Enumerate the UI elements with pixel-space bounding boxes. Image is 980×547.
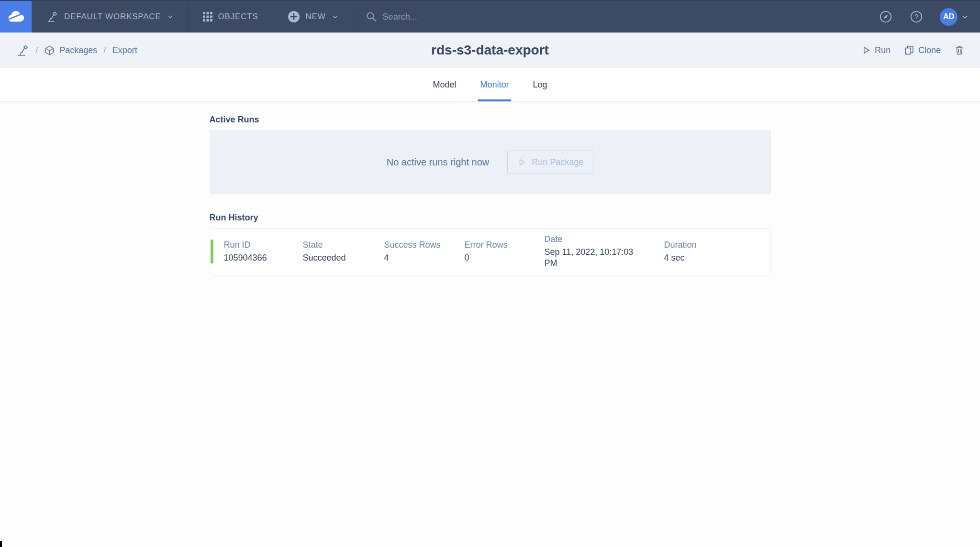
objects-menu[interactable]: OBJECTS <box>189 1 273 33</box>
breadcrumb: / Packages / Export <box>16 44 137 57</box>
run-history-row[interactable]: Run ID 105904366 State Succeeded Success… <box>210 228 771 275</box>
svg-text:?: ? <box>914 13 918 21</box>
clone-button[interactable]: Clone <box>904 45 941 55</box>
workspace-label: DEFAULT WORKSPACE <box>64 12 161 22</box>
active-runs-panel: No active runs right now Run Package <box>210 130 771 194</box>
avatar: AD <box>940 8 958 26</box>
play-icon <box>517 158 526 167</box>
delete-button[interactable] <box>954 45 965 55</box>
app-logo[interactable] <box>0 1 32 33</box>
breadcrumb-separator: / <box>35 45 38 55</box>
date-value: Sep 11, 2022, 10:17:03 PM <box>545 247 638 269</box>
run-button-label: Run <box>875 45 891 55</box>
active-runs-heading: Active Runs <box>210 115 771 125</box>
run-id-value: 105904366 <box>224 252 303 263</box>
workspace-selector[interactable]: DEFAULT WORKSPACE <box>32 1 189 33</box>
run-id-cell: Run ID 105904366 <box>224 240 303 263</box>
monitor-content: Active Runs No active runs right now Run… <box>210 102 771 275</box>
topbar-right-controls: ? AD <box>874 1 980 33</box>
breadcrumb-packages[interactable]: Packages <box>44 45 97 56</box>
tab-model[interactable]: Model <box>431 68 458 101</box>
run-package-button[interactable]: Run Package <box>507 151 593 174</box>
page-title: rds-s3-data-export <box>0 43 980 58</box>
chevron-down-icon <box>961 13 969 21</box>
success-rows-cell: Success Rows 4 <box>384 240 465 263</box>
success-rows-label: Success Rows <box>384 240 465 250</box>
plus-circle-icon <box>288 11 300 23</box>
cloud-logo-icon <box>6 10 25 24</box>
no-active-runs-message: No active runs right now <box>387 157 490 168</box>
run-button[interactable]: Run <box>861 45 891 55</box>
state-value: Succeeded <box>303 252 384 263</box>
clone-button-label: Clone <box>918 45 941 55</box>
breadcrumb-separator: / <box>103 45 106 55</box>
new-label: NEW <box>306 12 326 22</box>
breadcrumb-workspace-icon[interactable] <box>16 44 29 57</box>
duration-label: Duration <box>664 240 761 250</box>
header-actions: Run Clone <box>861 45 965 55</box>
package-cube-icon <box>44 45 55 56</box>
date-cell: Date Sep 11, 2022, 10:17:03 PM <box>545 234 664 269</box>
run-package-label: Run Package <box>532 157 583 167</box>
tab-bar: Model Monitor Log <box>0 68 980 102</box>
grid-icon <box>203 12 212 22</box>
search-input[interactable] <box>383 12 861 22</box>
new-menu[interactable]: NEW <box>273 1 353 33</box>
top-navigation-bar: DEFAULT WORKSPACE OBJECTS NEW <box>0 0 980 33</box>
compass-icon[interactable] <box>879 10 893 24</box>
state-cell: State Succeeded <box>303 240 384 263</box>
page-header: / Packages / Export rds-s3-data-export R… <box>0 33 980 68</box>
global-search <box>353 1 874 33</box>
copy-icon <box>904 45 914 55</box>
breadcrumb-packages-label: Packages <box>59 45 97 55</box>
chevron-down-icon <box>332 13 338 20</box>
error-rows-label: Error Rows <box>465 240 545 250</box>
duration-value: 4 sec <box>664 252 761 263</box>
chevron-down-icon <box>167 13 174 20</box>
error-rows-cell: Error Rows 0 <box>465 240 545 263</box>
duration-cell: Duration 4 sec <box>664 240 761 263</box>
objects-label: OBJECTS <box>218 12 258 22</box>
help-icon[interactable]: ? <box>909 10 924 24</box>
error-rows-value: 0 <box>465 252 545 263</box>
breadcrumb-current: Export <box>112 45 137 55</box>
trash-icon <box>954 45 965 55</box>
workspace-lamp-icon <box>46 11 58 23</box>
play-icon <box>861 45 871 55</box>
state-label: State <box>303 240 384 250</box>
search-icon <box>366 11 377 22</box>
tab-monitor[interactable]: Monitor <box>478 68 511 101</box>
screenshot-corner-artifact <box>0 541 2 547</box>
run-history-heading: Run History <box>210 213 771 223</box>
account-menu[interactable]: AD <box>940 8 969 26</box>
run-id-label: Run ID <box>224 240 303 250</box>
date-label: Date <box>545 234 664 244</box>
run-history-section: Run History Run ID 105904366 State Succe… <box>210 213 771 275</box>
success-rows-value: 4 <box>384 252 465 263</box>
tab-log[interactable]: Log <box>531 68 549 101</box>
